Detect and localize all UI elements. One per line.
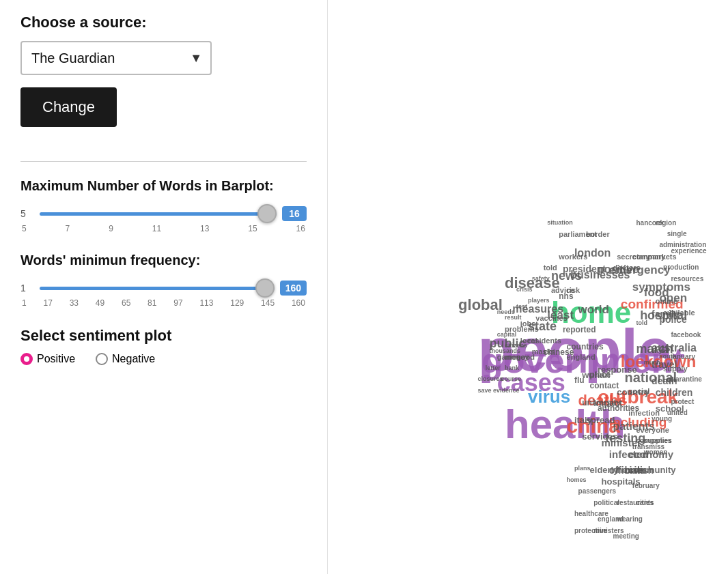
word-cloud-word: masks: [532, 348, 555, 356]
word-cloud-word: games: [497, 354, 521, 361]
word-cloud-word: infected: [609, 449, 649, 459]
word-cloud-word: england: [567, 354, 596, 361]
word-cloud-word: letter: [486, 365, 501, 371]
min-freq-value: 160: [280, 281, 307, 296]
sentiment-options: Positive Negative: [20, 353, 307, 365]
word-cloud-word: result: [505, 315, 522, 321]
word-cloud-word: meeting: [613, 533, 639, 540]
word-cloud-word: closures: [477, 376, 503, 382]
word-cloud-word: supply: [663, 365, 687, 373]
positive-label: Positive: [37, 353, 75, 365]
sentiment-negative[interactable]: Negative: [96, 353, 155, 365]
sentiment-label: Select sentiment plot: [20, 327, 307, 345]
max-words-value: 16: [282, 206, 307, 221]
min-freq-ticks: 1 17 33 49 65 81 97 113 129 145 160: [20, 298, 307, 308]
word-cloud-word: cities: [636, 500, 654, 506]
word-cloud-word: resources: [671, 276, 703, 283]
word-cloud-word: place: [590, 371, 611, 379]
word-cloud-word: told: [636, 320, 647, 326]
word-cloud-word: online: [656, 298, 677, 305]
min-freq-label: Words' minimun frequency:: [20, 253, 307, 268]
word-cloud-word: plans: [574, 465, 591, 472]
word-cloud-word: safety: [532, 276, 550, 282]
word-cloud-word: virus: [528, 388, 570, 405]
max-words-slider-wrapper: [40, 212, 277, 216]
word-cloud-word: homes: [567, 477, 587, 483]
word-cloud-word: italy: [574, 416, 592, 425]
min-freq-slider[interactable]: [40, 287, 275, 290]
word-cloud-word: community: [628, 465, 675, 474]
word-cloud-word: told: [544, 264, 557, 272]
min-freq-min-label: 1: [20, 283, 34, 293]
word-cloud-word: doctors: [613, 264, 641, 272]
word-cloud-word: healthcare: [574, 511, 608, 517]
positive-radio[interactable]: [20, 353, 33, 365]
word-cloud-word: cityall: [652, 348, 669, 354]
word-cloud-word: facebook: [671, 332, 701, 339]
max-words-slider[interactable]: [40, 212, 277, 216]
word-cloud-word: transmiss: [632, 444, 664, 450]
word-cloud-word: situation: [547, 220, 573, 226]
word-cloud-word: countries: [567, 343, 604, 351]
negative-radio[interactable]: [96, 353, 108, 365]
word-cloud-word: players: [528, 298, 550, 304]
word-cloud-word: president: [563, 264, 606, 274]
word-cloud-word: available: [663, 309, 695, 317]
word-cloud-panel: peoplehealthgovernmenthomecasesoutbreakc…: [328, 0, 728, 574]
word-cloud-word: everyone: [636, 427, 669, 434]
word-cloud-word: social: [628, 388, 649, 395]
word-cloud: peoplehealthgovernmenthomecasesoutbreakc…: [335, 7, 721, 566]
min-freq-slider-wrapper: [40, 287, 275, 290]
word-cloud-word: thousands: [489, 348, 520, 354]
word-cloud-word: production: [663, 264, 699, 271]
word-cloud-word: parliament: [559, 231, 597, 238]
word-cloud-word: services: [582, 432, 617, 441]
max-words-min-label: 5: [20, 208, 34, 219]
min-freq-slider-row: 1 160: [20, 281, 307, 296]
word-cloud-word: much: [644, 360, 660, 366]
sentiment-section: Select sentiment plot Positive Negative: [20, 327, 307, 365]
max-words-section: Maximum Number of Words in Barplot: 5 16…: [20, 178, 307, 233]
word-cloud-word: crisis: [516, 287, 533, 293]
word-cloud-word: capital: [497, 332, 517, 338]
word-cloud-word: passengers: [578, 488, 617, 495]
word-cloud-word: save: [477, 388, 491, 394]
word-cloud-word: bank: [505, 365, 519, 371]
word-cloud-word: children: [656, 388, 692, 397]
word-cloud-word: administration: [659, 242, 706, 248]
word-cloud-word: region: [656, 220, 677, 227]
max-words-ticks: 5 7 9 11 13 15 16: [20, 224, 307, 233]
max-words-slider-row: 5 16: [20, 206, 307, 221]
left-panel: Choose a source: The Guardian ▼ Change M…: [0, 0, 328, 574]
word-cloud-word: february: [632, 483, 660, 489]
word-cloud-word: world: [578, 304, 609, 315]
word-cloud-word: symptoms: [632, 281, 690, 293]
word-cloud-word: test: [516, 304, 527, 310]
word-cloud-word: workers: [559, 253, 587, 261]
negative-label: Negative: [112, 353, 155, 365]
word-cloud-word: single: [667, 231, 687, 238]
word-cloud-word: vaccines: [535, 315, 567, 322]
word-cloud-word: south: [659, 354, 676, 360]
word-cloud-word: protect: [671, 399, 694, 405]
word-cloud-word: political: [593, 500, 619, 506]
sentiment-positive[interactable]: Positive: [20, 353, 75, 365]
change-button[interactable]: Change: [20, 87, 117, 127]
source-select-wrapper: The Guardian ▼: [20, 41, 212, 75]
word-cloud-word: evidence: [493, 388, 520, 394]
source-select[interactable]: The Guardian: [20, 41, 212, 75]
word-cloud-word: reported: [563, 326, 596, 334]
word-cloud-word: risk: [567, 287, 580, 294]
word-cloud-word: united: [667, 410, 688, 416]
word-cloud-word: contact: [590, 382, 619, 390]
word-cloud-word: secretary: [617, 253, 650, 261]
word-cloud-word: quarantine: [667, 376, 702, 383]
source-label: Choose a source:: [20, 14, 307, 31]
word-cloud-word: global: [458, 298, 503, 313]
word-cloud-word: course: [501, 376, 521, 382]
word-cloud-word: university: [582, 399, 621, 407]
divider: [20, 161, 307, 162]
word-cloud-word: flu: [574, 376, 585, 384]
max-words-label: Maximum Number of Words in Barplot:: [20, 178, 307, 194]
word-cloud-word: needs: [497, 309, 515, 315]
